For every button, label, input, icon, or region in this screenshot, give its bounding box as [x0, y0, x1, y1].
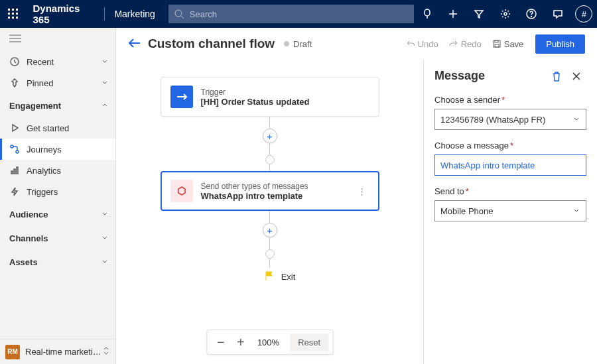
- status-label: Draft: [293, 39, 312, 49]
- svg-rect-24: [17, 167, 18, 174]
- undo-button[interactable]: Undo: [401, 39, 444, 49]
- sidebar-item-recent[interactable]: Recent: [0, 51, 115, 72]
- svg-rect-5: [16, 13, 18, 15]
- sidebar: Recent Pinned Engagement Get started Jou…: [0, 28, 116, 364]
- properties-title: Message: [434, 69, 547, 83]
- chevron-down-icon: [101, 257, 109, 267]
- new-button[interactable]: [440, 0, 466, 28]
- chevron-down-icon: [101, 209, 109, 219]
- chevron-down-icon: [572, 206, 580, 216]
- sidebar-group-channels[interactable]: Channels: [0, 226, 115, 250]
- sendto-label: Send to*: [434, 186, 586, 196]
- page-title: Custom channel flow: [148, 36, 275, 51]
- message-node-title: WhatsApp intro template: [201, 191, 355, 201]
- play-icon: [9, 123, 20, 133]
- svg-rect-22: [11, 171, 13, 174]
- zoom-value: 100%: [251, 337, 286, 347]
- global-search[interactable]: [168, 5, 414, 23]
- message-field: Choose a message* WhatsApp intro templat…: [434, 141, 586, 176]
- settings-button[interactable]: [492, 0, 518, 28]
- add-step-button[interactable]: +: [263, 223, 277, 237]
- brand-separator: [104, 7, 105, 21]
- chevron-down-icon: [101, 57, 109, 67]
- sendto-select[interactable]: Mobile Phone: [434, 200, 586, 221]
- junction-node: [265, 249, 275, 259]
- sidebar-item-pinned[interactable]: Pinned: [0, 72, 115, 93]
- assistant-button[interactable]: [414, 0, 440, 28]
- sidebar-group-audience[interactable]: Audience: [0, 202, 115, 226]
- sidebar-item-journeys[interactable]: Journeys: [0, 139, 115, 160]
- flag-icon: [264, 271, 276, 282]
- zoom-in-button[interactable]: +: [231, 332, 251, 352]
- sidebar-label: Get started: [27, 123, 109, 133]
- journey-canvas[interactable]: Trigger [HH] Order Status updated + Send…: [116, 60, 423, 364]
- area-badge: RM: [5, 345, 20, 359]
- help-button[interactable]: [519, 0, 545, 28]
- properties-panel: Message Choose a sender* 123456789 (What…: [423, 60, 597, 364]
- delete-button[interactable]: [547, 71, 566, 82]
- sidebar-label: Triggers: [27, 187, 109, 197]
- publish-button[interactable]: Publish: [535, 34, 585, 54]
- clock-icon: [9, 56, 20, 67]
- sender-select[interactable]: 123456789 (WhatsApp FR): [434, 109, 586, 130]
- sidebar-item-get-started[interactable]: Get started: [0, 117, 115, 139]
- zoom-out-button[interactable]: −: [211, 332, 231, 352]
- add-step-button[interactable]: +: [263, 129, 277, 143]
- top-nav: Dynamics 365 Marketing #: [0, 0, 597, 28]
- messenger-button[interactable]: [545, 0, 570, 28]
- avatar-icon: #: [575, 5, 592, 23]
- save-label: Save: [504, 39, 524, 49]
- svg-rect-7: [12, 17, 14, 19]
- trigger-node[interactable]: Trigger [HH] Order Status updated: [161, 77, 379, 117]
- close-panel-button[interactable]: [566, 72, 586, 81]
- status-dot-icon: [284, 41, 289, 46]
- sidebar-group-label: Audience: [9, 210, 101, 219]
- sidebar-item-triggers[interactable]: Triggers: [0, 181, 115, 202]
- back-button[interactable]: [128, 38, 140, 50]
- sendto-value: Mobile Phone: [440, 206, 494, 216]
- message-value: WhatsApp intro template: [440, 160, 535, 170]
- app-area-label[interactable]: Marketing: [107, 9, 164, 19]
- trigger-node-label: Trigger: [201, 88, 369, 97]
- sidebar-group-assets[interactable]: Assets: [0, 250, 115, 274]
- brand-label: Dynamics 365: [26, 3, 101, 25]
- status-pill: Draft: [284, 39, 312, 49]
- svg-rect-27: [495, 44, 499, 47]
- search-input[interactable]: [190, 9, 414, 19]
- sidebar-label: Journeys: [27, 145, 109, 154]
- exit-node[interactable]: Exit: [244, 271, 296, 282]
- svg-line-10: [181, 16, 184, 19]
- sidebar-toggle-button[interactable]: [0, 28, 115, 51]
- svg-point-13: [504, 13, 507, 15]
- message-node[interactable]: Send other types of messages WhatsApp in…: [161, 171, 379, 211]
- junction-node: [265, 155, 275, 164]
- node-more-button[interactable]: ⋮: [355, 186, 369, 196]
- filter-button[interactable]: [466, 0, 492, 28]
- undo-label: Undo: [418, 39, 438, 49]
- journey-icon: [9, 144, 20, 154]
- trigger-node-icon: [170, 86, 193, 108]
- redo-button[interactable]: Redo: [444, 39, 487, 49]
- search-icon: [174, 9, 184, 19]
- app-launcher-button[interactable]: [0, 0, 26, 28]
- area-switcher[interactable]: RM Real-time marketi…: [0, 339, 115, 364]
- sidebar-group-engagement[interactable]: Engagement: [0, 93, 115, 117]
- chevron-down-icon: [101, 233, 109, 243]
- sidebar-label-recent: Recent: [27, 57, 101, 67]
- svg-rect-2: [16, 9, 18, 11]
- trigger-node-title: [HH] Order Status updated: [201, 97, 369, 107]
- svg-point-9: [175, 10, 182, 17]
- svg-rect-6: [8, 17, 10, 19]
- sidebar-item-analytics[interactable]: Analytics: [0, 160, 115, 181]
- svg-rect-8: [16, 17, 18, 19]
- sendto-field: Send to* Mobile Phone: [434, 186, 586, 221]
- account-button[interactable]: #: [571, 0, 597, 28]
- zoom-reset-button[interactable]: Reset: [290, 334, 328, 351]
- message-select[interactable]: WhatsApp intro template: [434, 154, 586, 176]
- command-bar: Custom channel flow Draft Undo Redo Save…: [116, 28, 597, 60]
- sender-value: 123456789 (WhatsApp FR): [440, 115, 545, 125]
- save-button[interactable]: Save: [487, 39, 529, 49]
- svg-rect-4: [12, 13, 14, 15]
- sender-field: Choose a sender* 123456789 (WhatsApp FR): [434, 95, 586, 130]
- area-name: Real-time marketi…: [25, 347, 102, 357]
